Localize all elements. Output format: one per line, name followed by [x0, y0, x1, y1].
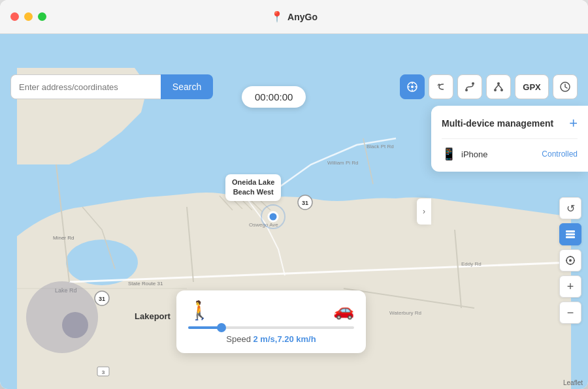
svg-point-30	[472, 82, 474, 85]
device-row: 📱 iPhone Controlled	[442, 147, 578, 161]
traffic-lights	[10, 12, 46, 21]
search-area: Search	[10, 74, 213, 99]
svg-point-22	[269, 212, 278, 221]
maximize-button[interactable]	[38, 12, 46, 21]
add-device-button[interactable]: +	[569, 116, 578, 131]
svg-point-39	[569, 259, 572, 262]
svg-rect-35	[566, 230, 575, 232]
svg-text:William Pi Rd: William Pi Rd	[327, 160, 359, 166]
panel-header: Multi-device management +	[442, 116, 578, 131]
svg-text:Waterbury Rd: Waterbury Rd	[389, 310, 421, 316]
search-input[interactable]	[10, 74, 161, 99]
refresh-icon: ↺	[566, 202, 575, 215]
chevron-right-icon: ›	[423, 207, 425, 216]
device-status: Controlled	[542, 149, 578, 159]
svg-text:Black Pt Rd: Black Pt Rd	[367, 144, 394, 149]
map-controls: ↺ +	[559, 197, 581, 324]
speed-panel: 🚶 🚗 Speed 2 m/s,7.20 km/h	[176, 290, 366, 353]
svg-rect-36	[566, 234, 575, 236]
svg-text:Lakeport: Lakeport	[135, 311, 171, 321]
map-locate-button[interactable]	[559, 249, 581, 272]
plus-icon: +	[567, 280, 574, 294]
device-panel: Multi-device management + 📱 iPhone Contr…	[431, 106, 588, 172]
speed-value: 2 m/s,7.20 km/h	[253, 334, 316, 344]
walk-icon: 🚶	[188, 300, 211, 321]
zoom-in-button[interactable]: +	[559, 275, 581, 298]
search-button[interactable]: Search	[161, 74, 213, 99]
minimize-button[interactable]	[24, 12, 33, 21]
svg-text:State Route 31: State Route 31	[128, 281, 163, 287]
svg-text:31: 31	[302, 200, 308, 206]
gpx-button[interactable]: GPX	[515, 74, 549, 99]
back-tool-button[interactable]	[429, 74, 453, 99]
device-left: 📱 iPhone	[442, 147, 487, 161]
device-name: iPhone	[461, 149, 487, 159]
svg-point-0	[66, 240, 138, 285]
crosshair-tool-button[interactable]	[400, 74, 425, 99]
speed-text: Speed 2 m/s,7.20 km/h	[188, 334, 354, 344]
svg-point-31	[494, 89, 497, 91]
svg-text:31: 31	[99, 296, 105, 302]
title-bar: 📍 AnyGo	[0, 0, 588, 34]
zoom-out-button[interactable]: −	[559, 302, 581, 324]
svg-point-29	[465, 89, 468, 91]
pin-icon: 📍	[270, 10, 284, 23]
speed-icons-row: 🚶 🚗	[188, 300, 354, 321]
location-label: Oneida Lake Beach West	[225, 174, 281, 201]
svg-text:Miner Rd: Miner Rd	[53, 235, 74, 241]
svg-point-33	[500, 89, 503, 91]
svg-point-28	[411, 86, 414, 88]
title-area: 📍 AnyGo	[270, 10, 318, 23]
svg-text:3: 3	[102, 369, 105, 375]
panel-divider	[442, 138, 578, 139]
route-tool-button[interactable]	[457, 74, 482, 99]
history-button[interactable]	[553, 74, 578, 99]
svg-text:Eddy Rd: Eddy Rd	[461, 261, 482, 267]
speed-slider-thumb[interactable]	[217, 323, 226, 332]
app-title: AnyGo	[287, 12, 318, 22]
app-window: 📍 AnyGo	[0, 0, 588, 389]
svg-rect-37	[566, 236, 575, 238]
iphone-icon: 📱	[442, 147, 456, 161]
speed-slider-track[interactable]	[188, 326, 354, 329]
speed-label: Speed	[226, 334, 253, 344]
multi-route-tool-button[interactable]	[486, 74, 511, 99]
joystick[interactable]	[26, 281, 98, 353]
minus-icon: −	[567, 306, 574, 320]
toolbar: Search	[0, 74, 588, 99]
panel-collapse-button[interactable]: ›	[417, 198, 431, 225]
map-layers-button[interactable]	[559, 223, 581, 245]
map-container[interactable]: 31 31 3 Lakeport Lake Rd State Route 31 …	[0, 34, 588, 389]
car-icon: 🚗	[333, 300, 354, 320]
toolbar-right: GPX	[400, 74, 578, 99]
panel-title: Multi-device management	[442, 118, 553, 129]
joystick-inner[interactable]	[62, 312, 88, 338]
close-button[interactable]	[10, 12, 19, 21]
leaflet-attribution: Leaflet	[563, 379, 583, 386]
map-refresh-button[interactable]: ↺	[559, 197, 581, 219]
